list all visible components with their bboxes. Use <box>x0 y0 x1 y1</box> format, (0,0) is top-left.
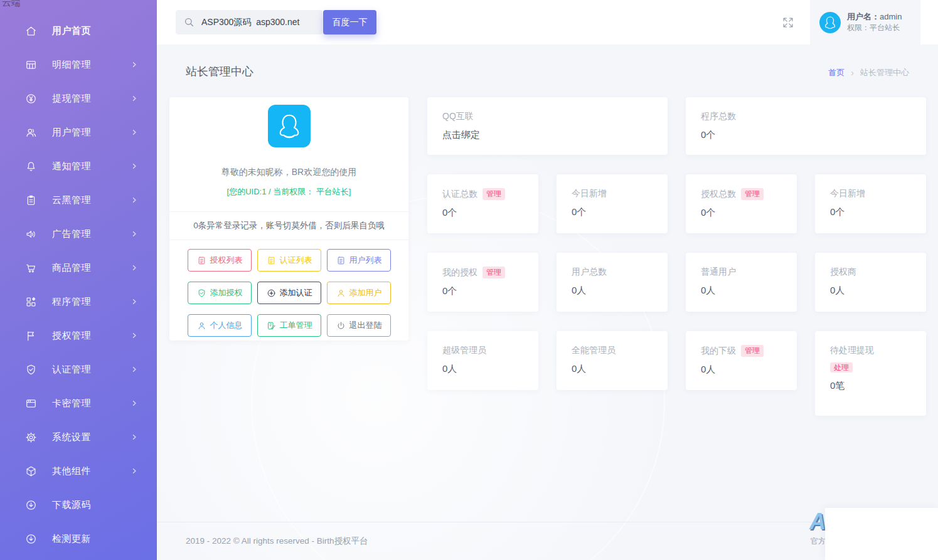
footer-copyright: 2019 - 2022 © All rights reserved - Birt… <box>186 536 368 547</box>
chevron-right-icon <box>131 162 138 170</box>
card-icon <box>25 398 37 409</box>
stat-label: 用户总数 <box>572 267 607 278</box>
stat-value: 0人 <box>830 285 926 297</box>
sidebar-item-9[interactable]: 授权管理 <box>0 319 157 352</box>
stats-grid: QQ互联点击绑定程序总数0个认证总数管理0个今日新增0个授权总数管理0个今日新增… <box>427 97 926 416</box>
profile-actions: 授权列表认证列表用户列表添加授权添加认证添加用户个人信息工单管理退出登陆 <box>169 240 408 337</box>
stat-badge[interactable]: 管理 <box>482 267 505 278</box>
sidebar-item-4[interactable]: 通知管理 <box>0 149 157 183</box>
profile-action-3[interactable]: 添加授权 <box>188 282 252 304</box>
stat-card-13: 待处理提现处理0笔 <box>815 331 926 416</box>
stat-label-row: 普通用户 <box>701 267 797 278</box>
stat-value[interactable]: 点击绑定 <box>442 129 668 141</box>
overlay-panel <box>825 508 938 560</box>
profile-action-2[interactable]: 用户列表 <box>327 249 391 272</box>
profile-action-1[interactable]: 认证列表 <box>257 249 321 272</box>
shield-check-icon <box>25 364 37 376</box>
profile-action-7[interactable]: 工单管理 <box>257 314 321 337</box>
sidebar-item-7[interactable]: 商品管理 <box>0 251 157 285</box>
profile-action-8[interactable]: 退出登陆 <box>327 314 391 337</box>
yen-circle-icon <box>25 93 37 105</box>
download-circle-icon <box>25 499 37 511</box>
user-role: 权限：平台站长 <box>847 23 902 33</box>
stat-value: 0笔 <box>830 380 926 392</box>
profile-action-label: 授权列表 <box>210 255 243 266</box>
sidebar-menu: 用户首页明细管理提现管理用户管理通知管理云黑管理广告管理商品管理程序管理授权管理… <box>0 0 157 556</box>
stat-label: 今日新增 <box>572 188 607 199</box>
user-menu[interactable]: 用户名：admin 权限：平台站长 <box>810 0 920 45</box>
speaker-icon <box>25 228 37 240</box>
sidebar-item-5[interactable]: 云黑管理 <box>0 183 157 217</box>
stat-card-0: QQ互联点击绑定 <box>427 97 668 155</box>
stat-label-row: 待处理提现 <box>830 345 926 356</box>
sidebar-item-label: 广告管理 <box>52 228 131 240</box>
search-button[interactable]: 百度一下 <box>323 10 376 34</box>
stat-label: 我的授权 <box>442 267 477 278</box>
user-icon <box>197 321 206 330</box>
sidebar-item-3[interactable]: 用户管理 <box>0 115 157 149</box>
stat-value: 0个 <box>442 207 538 219</box>
sidebar-item-label: 明细管理 <box>52 59 131 71</box>
stat-card-4: 授权总数管理0个 <box>686 174 797 233</box>
stat-label: 程序总数 <box>701 111 736 122</box>
stat-badge[interactable]: 管理 <box>741 188 764 200</box>
profile-action-label: 添加授权 <box>210 287 243 298</box>
doc-icon <box>336 256 346 265</box>
stat-label: 普通用户 <box>701 267 736 278</box>
welcome-text: 尊敬的未知昵称，BR欢迎您的使用 <box>169 167 408 178</box>
stat-badge[interactable]: 管理 <box>741 345 764 357</box>
home-icon <box>25 25 37 37</box>
profile-action-5[interactable]: 添加用户 <box>327 282 391 304</box>
chevron-right-icon <box>131 129 138 136</box>
stat-badge[interactable]: 处理 <box>830 362 853 372</box>
login-notice-text: 0条异常登录记录，账号切莫外借，否则后果自负哦 <box>169 212 408 240</box>
uid-text: [您的UID:1 / 当前权限： 平台站长] <box>169 186 408 198</box>
chevron-right-icon <box>131 230 138 238</box>
stat-label-row: 今日新增 <box>830 188 926 199</box>
stat-card-2: 认证总数管理0个 <box>427 174 538 233</box>
sidebar-item-label: 卡密管理 <box>52 398 131 409</box>
stat-label-row: 我的下级管理 <box>701 345 797 357</box>
stat-value: 0人 <box>572 363 668 375</box>
sidebar-item-6[interactable]: 广告管理 <box>0 217 157 251</box>
sidebar-item-label: 其他组件 <box>52 465 131 477</box>
profile-action-6[interactable]: 个人信息 <box>188 314 252 337</box>
sidebar-item-15[interactable]: 检测更新 <box>0 522 157 556</box>
sidebar-item-10[interactable]: 认证管理 <box>0 352 157 386</box>
sidebar-item-1[interactable]: 明细管理 <box>0 48 157 82</box>
sidebar-item-14[interactable]: 下载源码 <box>0 488 157 522</box>
sidebar-item-label: 程序管理 <box>52 296 131 308</box>
search-input[interactable] <box>176 10 322 34</box>
clipboard-icon <box>25 194 37 206</box>
sidebar-item-13[interactable]: 其他组件 <box>0 454 157 488</box>
stat-value: 0个 <box>442 285 538 297</box>
doc-icon <box>267 256 276 265</box>
sidebar-item-label: 提现管理 <box>52 93 131 105</box>
stat-value: 0个 <box>572 206 668 218</box>
chevron-right-icon <box>131 298 138 305</box>
stat-value: 0人 <box>572 285 668 297</box>
stat-label: 全能管理员 <box>572 345 616 356</box>
stat-badge[interactable]: 管理 <box>482 188 505 200</box>
stat-card-12: 我的下级管理0人 <box>686 331 797 390</box>
sidebar-item-0[interactable]: 用户首页 <box>0 14 157 48</box>
stat-label: 授权总数 <box>701 189 736 200</box>
profile-action-label: 添加用户 <box>349 287 382 298</box>
sidebar-item-8[interactable]: 程序管理 <box>0 285 157 319</box>
sidebar-item-label: 认证管理 <box>52 364 131 376</box>
stat-card-1: 程序总数0个 <box>686 97 926 155</box>
fullscreen-icon[interactable] <box>781 16 795 29</box>
profile-action-4[interactable]: 添加认证 <box>257 282 321 304</box>
chevron-right-icon <box>131 61 138 68</box>
profile-action-0[interactable]: 授权列表 <box>188 249 252 272</box>
stat-label-row: 程序总数 <box>701 111 926 122</box>
update-circle-icon <box>25 533 37 545</box>
breadcrumb-home-link[interactable]: 首页 <box>828 67 845 78</box>
stat-card-7: 用户总数0人 <box>557 253 668 312</box>
sidebar-item-12[interactable]: 系统设置 <box>0 420 157 454</box>
sidebar-item-11[interactable]: 卡密管理 <box>0 386 157 420</box>
sidebar-item-label: 用户首页 <box>52 25 138 37</box>
sidebar-item-2[interactable]: 提现管理 <box>0 82 157 115</box>
breadcrumb: 首页 › 站长管理中心 <box>828 67 909 78</box>
profile-action-label: 工单管理 <box>280 320 312 331</box>
